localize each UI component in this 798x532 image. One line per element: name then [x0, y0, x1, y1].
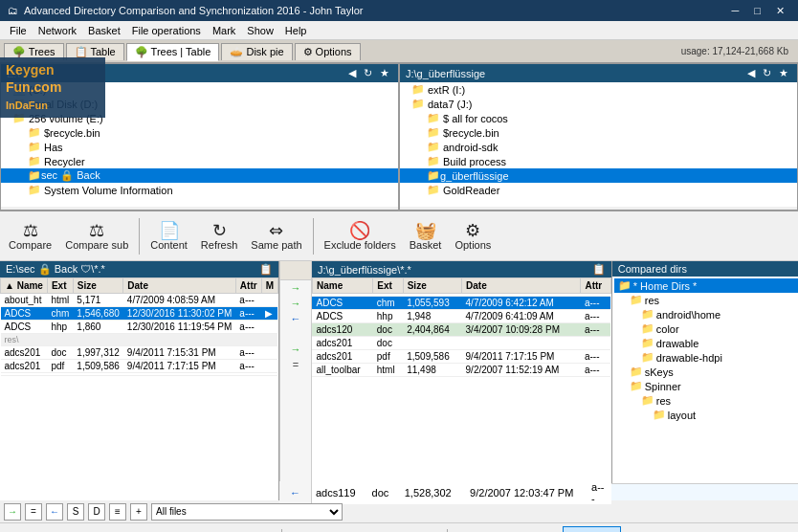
minimize-button[interactable]: ─	[726, 5, 745, 17]
filter-btn-s[interactable]: S	[67, 503, 84, 521]
table-row[interactable]: about_hthtml5,1714/7/2009 4:08:59 AMa---	[1, 294, 278, 307]
exclude-folders-button[interactable]: 🚫 Exclude folders	[320, 215, 401, 257]
left-file-table[interactable]: ▲ Name Ext Size Date Attr M about_hthtml…	[0, 277, 278, 500]
menu-basket[interactable]: Basket	[82, 23, 126, 38]
tree-item[interactable]: 📁Recycler	[1, 154, 398, 168]
compare-dir-item[interactable]: 📁 layout	[614, 408, 798, 422]
tree-item[interactable]: 📁Has	[1, 140, 398, 154]
compare-dir-item[interactable]: 📁 drawable	[614, 336, 798, 350]
log-viewer-button[interactable]: 📜 Log viewer	[331, 526, 395, 532]
compare-dir-item[interactable]: 📁 Spinner	[614, 379, 798, 393]
compare-dirs-tree[interactable]: 📁 * Home Dirs * 📁 res 📁 android\home 📁 c…	[612, 277, 798, 483]
maximize-button[interactable]: □	[748, 5, 766, 17]
filter-btn-add[interactable]: +	[130, 503, 147, 521]
tab-options[interactable]: ⚙ Options	[295, 43, 361, 60]
col-size[interactable]: Size	[403, 278, 461, 294]
col-name[interactable]: Name	[312, 278, 372, 294]
compare-dir-item[interactable]: 📁 res	[614, 293, 798, 307]
table-row[interactable]: adcs201doc	[312, 337, 610, 350]
tree-item[interactable]: 📁$recycle.bin	[1, 125, 398, 140]
filter-btn-d[interactable]: D	[88, 503, 105, 521]
col-name[interactable]: ▲ Name	[1, 278, 48, 294]
compare-dir-item[interactable]: 📁 * Home Dirs *	[614, 278, 798, 293]
left-nav-refresh[interactable]: ↻	[361, 66, 375, 80]
same-path-button[interactable]: ⇔ Same path	[246, 215, 306, 257]
change-attr-button[interactable]: 🔧 Change attr	[145, 526, 213, 532]
options-button[interactable]: ⚙ Options	[450, 215, 496, 257]
compare-sub-button[interactable]: ⚖ Compare sub	[60, 215, 133, 257]
tree-item[interactable]: 📁$ all for cocos	[400, 111, 797, 125]
filter-button[interactable]: 🔍 Filter	[287, 526, 329, 532]
tree-item-selected[interactable]: 📁g_überflüssige	[400, 168, 797, 183]
tree-item[interactable]: 📁GoldReader	[400, 183, 797, 197]
table-row[interactable]: ADCSchm1,055,5934/7/2009 6:42:12 AMa---	[312, 297, 610, 310]
right-nav-bookmark[interactable]: ★	[776, 66, 791, 80]
delete-button[interactable]: ✕ Delete	[100, 526, 144, 532]
compare-dir-item[interactable]: 📁 android\home	[614, 307, 798, 321]
close-button[interactable]: ✕	[770, 5, 790, 17]
filter-btn-sync-right[interactable]: →	[4, 503, 21, 521]
left-nav-bookmark[interactable]: ★	[377, 66, 392, 80]
menu-show[interactable]: Show	[241, 23, 279, 38]
table-row[interactable]: ADCShhp1,9484/7/2009 6:41:09 AMa---	[312, 310, 610, 323]
right-copy-icon[interactable]: 📋	[592, 263, 606, 276]
left-nav-back[interactable]: ◀	[345, 66, 359, 80]
sync-button[interactable]: ⇄ Sync	[4, 526, 46, 532]
menu-help[interactable]: Help	[279, 23, 313, 38]
col-size[interactable]: Size	[73, 278, 123, 294]
menu-mark[interactable]: Mark	[207, 23, 241, 38]
col-attr[interactable]: Attr	[581, 278, 610, 294]
right-tree[interactable]: 📁extR (I:) 📁data7 (J:) 📁$ all for cocos …	[400, 82, 797, 207]
open-with-button[interactable]: 📂 Open with	[215, 526, 277, 532]
col-mark[interactable]: M	[261, 278, 277, 294]
table-row[interactable]: adcs201doc1,997,3129/4/2011 7:15:31 PMa-…	[1, 346, 278, 360]
tab-trees-table[interactable]: 🌳 Trees | Table	[126, 43, 220, 61]
col-date[interactable]: Date	[462, 278, 581, 294]
right-nav-refresh[interactable]: ↻	[760, 66, 774, 80]
copy-to-button[interactable]: 📋 Copy to	[48, 526, 98, 532]
compare-dir-item[interactable]: 📁 drawable-hdpi	[614, 350, 798, 365]
filter-btn-equal[interactable]: =	[25, 503, 42, 521]
table-row[interactable]: ADCShhp1,86012/30/2016 11:19:54 PMa---	[1, 321, 278, 334]
table-row[interactable]: ADCSchm1,546,68012/30/2016 11:30:02 PMa-…	[1, 307, 278, 321]
tree-item[interactable]: 📁$recycle.bin	[400, 125, 797, 140]
basket-button[interactable]: 🧺 Basket	[405, 215, 447, 257]
table-row[interactable]: adcs201pdf1,509,5869/4/2011 7:17:15 PMa-…	[1, 360, 278, 373]
bottom-refresh-button[interactable]: ↻ Refresh	[511, 526, 562, 532]
tree-item[interactable]: 📁data7 (J:)	[400, 97, 797, 111]
col-attr[interactable]: Attr	[235, 278, 261, 294]
left-copy-icon[interactable]: 📋	[259, 263, 273, 276]
menu-network[interactable]: Network	[33, 23, 82, 38]
col-ext[interactable]: Ext	[373, 278, 403, 294]
navigator-button[interactable]: 🧭 Navigator	[563, 526, 621, 532]
menu-file-operations[interactable]: File operations	[126, 23, 207, 38]
compare-button[interactable]: ⚖ Compare	[4, 215, 56, 257]
tree-item-selected[interactable]: 📁sec 🔒 Back	[1, 168, 398, 183]
right-nav-back[interactable]: ◀	[744, 66, 758, 80]
menubar: File Network Basket File operations Mark…	[0, 21, 798, 40]
filter-btn-sync-left[interactable]: ←	[46, 503, 63, 521]
tree-item[interactable]: 📁Build process	[400, 154, 797, 168]
col-date[interactable]: Date	[123, 278, 236, 294]
table-row[interactable]	[1, 373, 278, 376]
report-button[interactable]: 📊 Report	[397, 526, 442, 532]
table-row[interactable]: res\	[1, 334, 278, 346]
compare-dir-item[interactable]: 📁 res	[614, 393, 798, 408]
tree-item[interactable]: 📁System Volume Information	[1, 183, 398, 197]
table-row[interactable]: adcs201pdf1,509,5869/4/2011 7:17:15 PMa-…	[312, 350, 610, 364]
select-all-button[interactable]: ☑ Select all	[453, 526, 509, 532]
menu-file[interactable]: File	[4, 23, 33, 38]
right-file-table[interactable]: Name Ext Size Date Attr	[312, 277, 611, 483]
table-row[interactable]: adcs120doc2,404,8643/4/2007 10:09:28 PMa…	[312, 323, 610, 337]
tree-item[interactable]: 📁android-sdk	[400, 140, 797, 154]
table-row[interactable]: all_toolbarhtml11,4989/2/2007 11:52:19 A…	[312, 364, 610, 377]
compare-dir-item[interactable]: 📁 sKeys	[614, 365, 798, 379]
tree-item[interactable]: 📁extR (I:)	[400, 82, 797, 97]
col-ext[interactable]: Ext	[47, 278, 73, 294]
compare-dir-item[interactable]: 📁 color	[614, 321, 798, 336]
filter-btn-list[interactable]: ≡	[109, 503, 126, 521]
refresh-button[interactable]: ↻ Refresh	[196, 215, 243, 257]
tab-disk-pie[interactable]: 🥧 Disk pie	[221, 43, 292, 60]
content-button[interactable]: 📄 Content	[145, 215, 192, 257]
filter-dropdown[interactable]: All files New files only Equal files onl…	[151, 503, 343, 521]
